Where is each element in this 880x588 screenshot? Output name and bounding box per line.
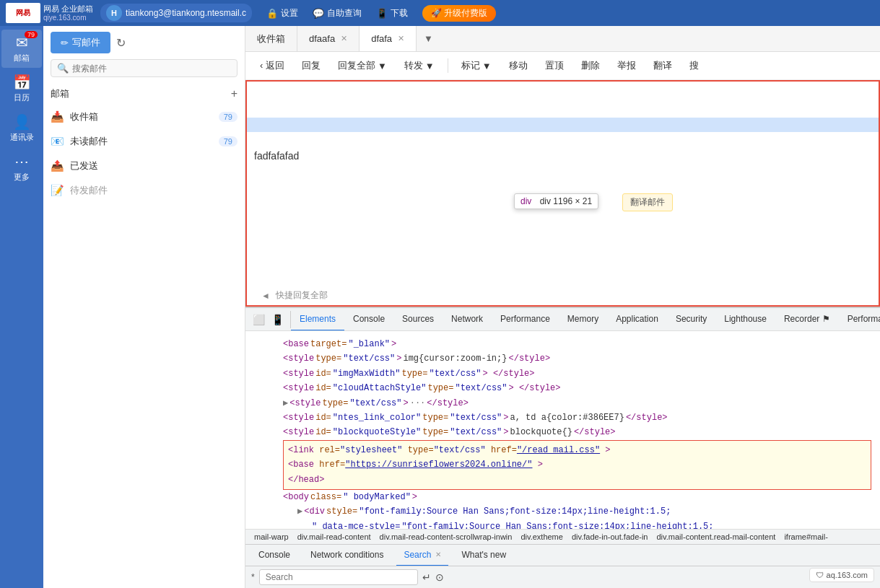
inspect-element-button[interactable]: ⬜ bbox=[250, 311, 267, 328]
devtools-tab-security[interactable]: Security bbox=[667, 308, 715, 331]
search-options-icon: ⊙ bbox=[435, 571, 444, 583]
mark-label: 标记 bbox=[461, 59, 480, 72]
nav-help[interactable]: 💬 自助查询 bbox=[313, 7, 362, 19]
sidebar-item-more[interactable]: ⋯ 更多 bbox=[1, 149, 42, 187]
logo-subtitle: qiye.163.com bbox=[43, 14, 93, 22]
report-label: 举报 bbox=[617, 60, 636, 71]
search-input-field[interactable] bbox=[259, 569, 418, 585]
bottom-search-label: Search bbox=[404, 550, 431, 560]
reply-all-arrow-icon: ▼ bbox=[378, 61, 387, 71]
email-body-text: fadfafafad bbox=[254, 150, 299, 162]
mail-badge: 79 bbox=[25, 31, 38, 38]
user-info[interactable]: H tiankong3@tiankong.ntesmail.c bbox=[100, 4, 252, 22]
more-toolbar-button[interactable]: 搜 bbox=[682, 56, 706, 75]
inbox-badge: 79 bbox=[219, 112, 238, 122]
breadcrumb-item-5[interactable]: div.mail-content.read-mail-content bbox=[654, 532, 779, 542]
breadcrumb-bar: mail-warp div.mail-read-content div.mail… bbox=[245, 529, 880, 544]
devtools-tab-lighthouse[interactable]: Lighthouse bbox=[715, 308, 775, 331]
bottom-tab-whats-new[interactable]: What's new bbox=[454, 545, 513, 566]
reply-all-button[interactable]: 回复全部 ▼ bbox=[331, 56, 394, 75]
logo-image: 网易 bbox=[6, 3, 40, 23]
lighthouse-tab-label: Lighthouse bbox=[724, 314, 767, 324]
mark-arrow-icon: ▼ bbox=[482, 61, 492, 71]
search-tab-close-icon[interactable]: ✕ bbox=[435, 550, 441, 558]
mark-button[interactable]: 标记 ▼ bbox=[454, 56, 499, 75]
more-icon: ⋯ bbox=[14, 153, 29, 170]
translate-button[interactable]: 翻译 bbox=[646, 56, 679, 75]
sources-tab-label: Sources bbox=[402, 314, 434, 324]
reply-button[interactable]: 回复 bbox=[295, 56, 328, 75]
breadcrumb-item-0[interactable]: mail-warp bbox=[251, 532, 292, 542]
refresh-button[interactable]: ↻ bbox=[116, 36, 126, 50]
add-mailbox-button[interactable]: + bbox=[231, 87, 238, 100]
inbox-nav-item[interactable]: 📥 收件箱 79 bbox=[43, 105, 245, 129]
email-tab-2[interactable]: dfafa ✕ bbox=[360, 26, 417, 52]
compose-button[interactable]: ✏ 写邮件 bbox=[51, 32, 110, 53]
inbox-tab[interactable]: 收件箱 bbox=[245, 26, 297, 52]
tab1-close-icon[interactable]: ✕ bbox=[341, 34, 347, 43]
separator-1 bbox=[448, 58, 448, 73]
unread-nav-item[interactable]: 📧 未读邮件 79 bbox=[43, 129, 245, 154]
sidebar-item-mail[interactable]: 79 ✉ 邮箱 bbox=[1, 30, 42, 68]
breadcrumb-item-3[interactable]: div.extheme bbox=[518, 532, 566, 542]
search-input[interactable] bbox=[72, 63, 231, 74]
nav-settings[interactable]: 🔒 设置 bbox=[266, 7, 298, 19]
tab2-close-icon[interactable]: ✕ bbox=[398, 34, 404, 43]
devtools-tab-performance[interactable]: Performance bbox=[492, 308, 559, 331]
code-line-base: <base href="https://sunriseflowers2024.o… bbox=[288, 457, 866, 472]
security-tab-label: Security bbox=[676, 314, 707, 324]
breadcrumb-item-2[interactable]: div.mail-read-content-scrollwrap-inwin bbox=[377, 532, 515, 542]
breadcrumb-item-6[interactable]: iframe#mail- bbox=[781, 532, 831, 542]
bottom-tab-console[interactable]: Console bbox=[251, 545, 297, 566]
bottom-tabs-bar: Console Network conditions Search ✕ What… bbox=[245, 544, 880, 566]
devtools-tab-console[interactable]: Console bbox=[344, 308, 393, 331]
bottom-network-label: Network conditions bbox=[310, 550, 383, 560]
devtools-tab-recorder[interactable]: Recorder ⚑ bbox=[775, 308, 839, 331]
sidebar-item-contacts[interactable]: 👤 通讯录 bbox=[1, 109, 42, 147]
search-icon: 🔍 bbox=[57, 63, 69, 74]
move-button[interactable]: 移动 bbox=[502, 56, 535, 75]
report-button[interactable]: 举报 bbox=[610, 56, 643, 75]
bottom-tab-search[interactable]: Search ✕ bbox=[396, 545, 448, 566]
devtools-tab-network[interactable]: Network bbox=[443, 308, 492, 331]
bottom-tab-network-conditions[interactable]: Network conditions bbox=[303, 545, 391, 566]
delete-button[interactable]: 删除 bbox=[574, 56, 607, 75]
contacts-label: 通讯录 bbox=[10, 132, 34, 143]
devtools-tab-elements[interactable]: Elements bbox=[291, 308, 344, 331]
upgrade-label: 升级付费版 bbox=[444, 8, 487, 18]
sent-label: 已发送 bbox=[70, 159, 98, 172]
more-label: 更多 bbox=[14, 172, 30, 183]
search-submit-button[interactable]: ↵ bbox=[422, 571, 431, 583]
forward-button[interactable]: 转发 ▼ bbox=[397, 56, 442, 75]
devtools-tab-perf-insights[interactable]: Performance insi bbox=[839, 308, 880, 331]
download-icon: 📱 bbox=[376, 8, 388, 19]
nav-download[interactable]: 📱 下载 bbox=[376, 7, 408, 19]
top-label: 置顶 bbox=[545, 60, 564, 71]
inbox-label: 收件箱 bbox=[70, 110, 98, 123]
device-toggle-button[interactable]: 📱 bbox=[269, 311, 286, 328]
top-button[interactable]: 置顶 bbox=[538, 56, 571, 75]
devtools-tab-memory[interactable]: Memory bbox=[559, 308, 607, 331]
content-area: 收件箱 dfaafa ✕ dfafa ✕ ▼ ‹ 返回 回复 回复全部 ▼ bbox=[245, 26, 880, 588]
mailbox-label: 邮箱 bbox=[51, 87, 69, 100]
upgrade-button[interactable]: 🚀 升级付费版 bbox=[422, 5, 496, 22]
sent-nav-item[interactable]: 📤 已发送 bbox=[43, 154, 245, 178]
breadcrumb-item-4[interactable]: div.fade-in-out.fade-in bbox=[569, 532, 651, 542]
sidebar-item-calendar[interactable]: 📅 日历 bbox=[1, 69, 42, 107]
contacts-icon: 👤 bbox=[13, 113, 31, 131]
email-tab-1[interactable]: dfaafa ✕ bbox=[297, 26, 360, 52]
search-options-button[interactable]: ⊙ bbox=[435, 571, 444, 583]
mail-search-box[interactable]: 🔍 bbox=[51, 59, 238, 77]
devtools-tab-sources[interactable]: Sources bbox=[393, 308, 443, 331]
devtools-panel: ⬜ 📱 Elements Console Sources Network Per… bbox=[245, 307, 880, 588]
tab-dropdown-button[interactable]: ▼ bbox=[417, 33, 440, 44]
breadcrumb-item-1[interactable]: div.mail-read-content bbox=[295, 532, 374, 542]
highlighted-element-bar bbox=[247, 118, 879, 132]
help-icon: 💬 bbox=[313, 8, 324, 19]
quick-reply-label: 快捷回复全部 bbox=[276, 289, 328, 302]
translate-bar[interactable]: 翻译邮件 bbox=[622, 193, 673, 211]
back-button[interactable]: ‹ 返回 bbox=[253, 56, 292, 75]
email-tabs-bar: 收件箱 dfaafa ✕ dfafa ✕ ▼ bbox=[245, 26, 880, 52]
devtools-tab-application[interactable]: Application bbox=[607, 308, 667, 331]
drafts-nav-item[interactable]: 📝 待发邮件 bbox=[43, 178, 245, 203]
